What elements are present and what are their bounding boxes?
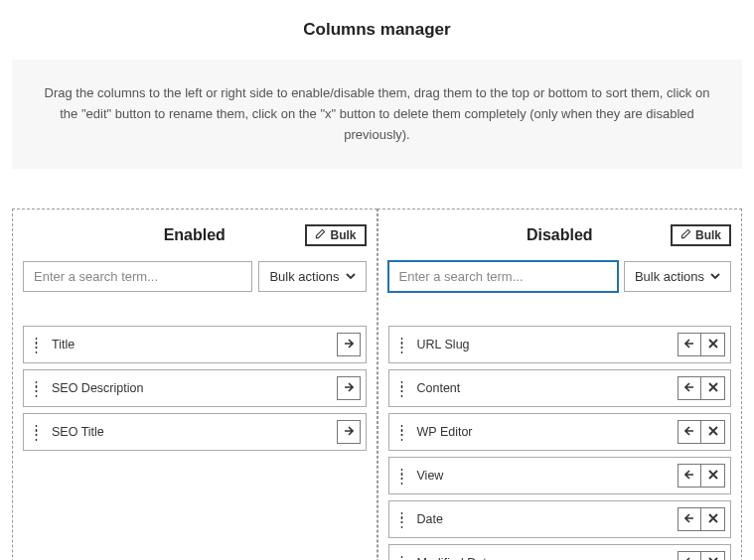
arrow-left-icon (684, 469, 694, 483)
x-icon (708, 338, 718, 351)
delete-button[interactable] (701, 376, 725, 400)
move-left-button[interactable] (678, 420, 701, 444)
enabled-panel-header: Enabled Bulk (23, 217, 367, 253)
item-actions (332, 370, 366, 406)
item-actions (673, 370, 730, 406)
x-icon (708, 381, 718, 395)
item-label: View (415, 458, 674, 493)
move-left-button[interactable] (678, 376, 701, 400)
delete-button[interactable] (701, 551, 725, 560)
pencil-icon (315, 228, 326, 242)
item-label: SEO Description (50, 370, 332, 406)
item-label: Title (50, 327, 332, 362)
x-icon (708, 556, 718, 560)
enabled-item[interactable]: ⋮⋮ Title (23, 326, 367, 363)
disabled-search-input[interactable] (388, 261, 618, 292)
bulk-button-label: Bulk (695, 228, 721, 242)
enabled-panel-title: Enabled (164, 226, 226, 244)
item-label: Date (415, 501, 674, 537)
arrow-left-icon (684, 381, 694, 395)
item-actions (673, 414, 730, 450)
move-right-button[interactable] (337, 420, 361, 444)
drag-handle-icon[interactable]: ⋮⋮ (24, 327, 50, 362)
item-actions (673, 458, 730, 493)
drag-handle-icon[interactable]: ⋮⋮ (389, 458, 415, 493)
arrow-left-icon (684, 512, 694, 526)
page-title: Columns manager (0, 0, 754, 60)
move-left-button[interactable] (678, 551, 701, 560)
drag-handle-icon[interactable]: ⋮⋮ (389, 501, 415, 537)
move-left-button[interactable] (678, 333, 701, 356)
x-icon (708, 512, 718, 526)
arrow-left-icon (684, 556, 694, 560)
disabled-item[interactable]: ⋮⋮ URL Slug (388, 326, 732, 363)
disabled-panel: Disabled Bulk Bulk actions ⋮⋮ URL Slug (377, 209, 743, 560)
pencil-icon (680, 228, 691, 242)
item-actions (673, 545, 730, 560)
disabled-item[interactable]: ⋮⋮ Content (388, 369, 732, 407)
enabled-item[interactable]: ⋮⋮ SEO Description (23, 369, 367, 407)
delete-button[interactable] (701, 420, 725, 444)
x-icon (708, 469, 718, 483)
enabled-search-row: Bulk actions (23, 261, 367, 292)
disabled-panel-title: Disabled (527, 226, 593, 244)
chevron-down-icon (346, 269, 356, 284)
enabled-panel: Enabled Bulk Bulk actions ⋮⋮ Title (12, 209, 377, 560)
enabled-search-input[interactable] (23, 261, 252, 292)
move-right-button[interactable] (337, 376, 361, 400)
delete-button[interactable] (701, 333, 725, 356)
drag-handle-icon[interactable]: ⋮⋮ (389, 414, 415, 450)
disabled-item[interactable]: ⋮⋮ Modified Date (388, 544, 732, 560)
bulk-button-label: Bulk (330, 228, 356, 242)
disabled-search-row: Bulk actions (388, 261, 732, 292)
item-actions (332, 414, 366, 450)
move-left-button[interactable] (678, 464, 701, 488)
disabled-bulk-button[interactable]: Bulk (671, 224, 731, 246)
item-actions (673, 327, 730, 362)
drag-handle-icon[interactable]: ⋮⋮ (389, 545, 415, 560)
drag-handle-icon[interactable]: ⋮⋮ (24, 414, 50, 450)
item-label: Content (415, 370, 674, 406)
item-label: URL Slug (415, 327, 674, 362)
arrow-right-icon (344, 338, 354, 351)
chevron-down-icon (710, 269, 720, 284)
item-label: SEO Title (50, 414, 332, 450)
arrow-right-icon (344, 381, 354, 395)
disabled-item[interactable]: ⋮⋮ View (388, 457, 732, 494)
disabled-bulk-actions[interactable]: Bulk actions (624, 261, 731, 292)
item-label: WP Editor (415, 414, 674, 450)
bulk-actions-label: Bulk actions (635, 269, 704, 284)
columns-wrap: Enabled Bulk Bulk actions ⋮⋮ Title (12, 209, 742, 560)
move-left-button[interactable] (678, 507, 701, 531)
delete-button[interactable] (701, 507, 725, 531)
arrow-left-icon (684, 425, 694, 439)
item-actions (332, 327, 366, 362)
item-actions (673, 501, 730, 537)
disabled-item[interactable]: ⋮⋮ Date (388, 500, 732, 538)
enabled-bulk-button[interactable]: Bulk (305, 224, 366, 246)
enabled-item[interactable]: ⋮⋮ SEO Title (23, 413, 367, 451)
delete-button[interactable] (701, 464, 725, 488)
item-label: Modified Date (415, 545, 674, 560)
bulk-actions-label: Bulk actions (269, 269, 339, 284)
drag-handle-icon[interactable]: ⋮⋮ (24, 370, 50, 406)
move-right-button[interactable] (337, 333, 361, 356)
disabled-item[interactable]: ⋮⋮ WP Editor (388, 413, 732, 451)
drag-handle-icon[interactable]: ⋮⋮ (389, 327, 415, 362)
arrow-right-icon (344, 425, 354, 439)
enabled-bulk-actions[interactable]: Bulk actions (258, 261, 366, 292)
disabled-panel-header: Disabled Bulk (388, 217, 732, 253)
instructions-text: Drag the columns to the left or right si… (12, 60, 742, 169)
arrow-left-icon (684, 338, 694, 351)
drag-handle-icon[interactable]: ⋮⋮ (389, 370, 415, 406)
x-icon (708, 425, 718, 439)
